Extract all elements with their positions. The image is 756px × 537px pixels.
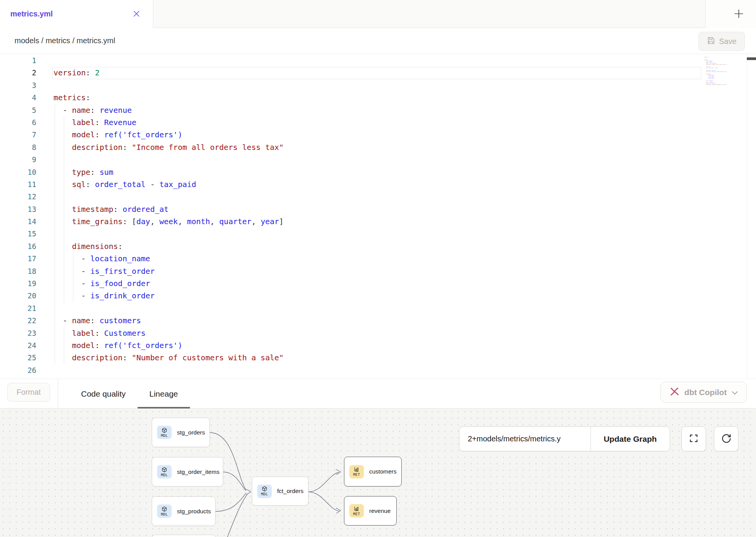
code-line: 13 timestamp: ordered_at — [0, 203, 756, 215]
model-icon: MDL — [257, 485, 272, 498]
lineage-node-stg_partial[interactable]: MDL — [152, 535, 216, 537]
code-line: 26 — [0, 364, 756, 376]
breadcrumb-row: models / metrics / metrics.yml Save — [0, 28, 756, 54]
code-line: 24 model: ref('fct_orders') — [0, 339, 756, 351]
refresh-icon — [721, 433, 732, 445]
line-number: 14 — [0, 215, 36, 228]
code-line: 19 - is_food_order — [0, 277, 756, 290]
line-number: 1 — [0, 54, 36, 67]
line-number: 4 — [0, 91, 36, 104]
minimap-content: version: 2metrics: - name: revenue label… — [704, 55, 737, 86]
lineage-node-revenue[interactable]: METrevenue — [344, 496, 397, 526]
tab-bar: metrics.yml — [0, 0, 756, 28]
close-icon[interactable] — [132, 10, 141, 18]
code-line: 4metrics: — [0, 91, 756, 104]
lineage-node-fct_orders[interactable]: MDLfct_orders — [252, 477, 308, 506]
new-tab-button[interactable] — [729, 8, 748, 20]
line-number: 13 — [0, 203, 36, 215]
tab-code-quality[interactable]: Code quality — [69, 379, 138, 408]
scrollbar-track[interactable] — [747, 54, 756, 379]
line-number: 15 — [0, 228, 36, 240]
lineage-canvas[interactable]: MDLstg_ordersMDLstg_order_itemsMDLstg_pr… — [0, 408, 756, 537]
update-graph-button[interactable]: Update Graph — [591, 427, 670, 451]
node-label: stg_order_items — [177, 469, 219, 475]
line-number: 21 — [0, 302, 36, 314]
lineage-node-stg_products[interactable]: MDLstg_products — [152, 496, 216, 526]
line-number: 19 — [0, 277, 36, 290]
code-line: 2version: 2 — [0, 67, 756, 79]
node-label: customers — [369, 468, 397, 475]
node-label: stg_orders — [177, 429, 205, 436]
code-editor[interactable]: 12version: 234metrics:5 - name: revenue6… — [0, 54, 756, 379]
code-line: 25 description: "Number of customers wit… — [0, 351, 756, 364]
format-button[interactable]: Format — [7, 383, 50, 402]
lineage-node-customers[interactable]: METcustomers — [344, 457, 402, 487]
code-line: 9 — [0, 153, 756, 166]
line-number: 17 — [0, 252, 36, 265]
metric-icon: MET — [349, 465, 364, 478]
code-line: 11 sql: order_total - tax_paid — [0, 178, 756, 190]
model-icon: MDL — [157, 504, 172, 518]
tab-label: metrics.yml — [10, 10, 53, 18]
code-line: 14 time_grains: [day, week, month, quart… — [0, 215, 756, 228]
line-number: 7 — [0, 129, 36, 141]
code-line: 3 — [0, 79, 756, 91]
ide-root: metrics.yml models / metrics / metrics.y… — [0, 0, 756, 537]
code-line: 7 model: ref('fct_orders') — [0, 129, 756, 141]
lineage-node-stg_order_items[interactable]: MDLstg_order_items — [152, 457, 223, 487]
code-line: 21 — [0, 302, 756, 314]
toolbar-divider — [58, 379, 58, 408]
bottom-tabs: Code qualityLineage — [69, 379, 190, 408]
refresh-button[interactable] — [714, 426, 738, 451]
line-number: 6 — [0, 116, 36, 129]
code-line: 15 — [0, 228, 756, 240]
code-line — [704, 85, 737, 86]
line-number: 24 — [0, 339, 36, 351]
line-number: 2 — [0, 67, 36, 79]
node-label: stg_products — [177, 508, 211, 515]
line-number: 18 — [0, 265, 36, 277]
plus-icon — [733, 8, 744, 20]
code-line: 16 dimensions: — [0, 240, 756, 252]
fullscreen-button[interactable] — [681, 426, 706, 451]
line-number: 12 — [0, 190, 36, 203]
save-button[interactable]: Save — [698, 32, 745, 51]
line-number: 26 — [0, 364, 36, 376]
line-number: 5 — [0, 104, 36, 116]
tab-metrics-yml[interactable]: metrics.yml — [0, 0, 153, 28]
model-icon: MDL — [157, 465, 172, 478]
copilot-icon — [669, 386, 680, 399]
metric-icon: MET — [349, 504, 364, 517]
code-line: 18 - is_first_order — [0, 265, 756, 277]
tab-lineage[interactable]: Lineage — [138, 379, 190, 408]
dbt-copilot-button[interactable]: dbt Copilot — [660, 382, 747, 403]
code-line: 10 type: sum — [0, 166, 756, 178]
copilot-label: dbt Copilot — [685, 388, 727, 397]
editor-toolbar: Format Code qualityLineage dbt Copilot — [0, 379, 756, 408]
code-line: 23 label: Customers — [0, 327, 756, 339]
line-number: 25 — [0, 351, 36, 364]
save-label: Save — [719, 37, 737, 46]
line-number: 23 — [0, 327, 36, 339]
scrollbar-thumb[interactable] — [747, 57, 756, 60]
code-line: 22 - name: customers — [0, 314, 756, 327]
lineage-node-stg_orders[interactable]: MDLstg_orders — [152, 418, 210, 447]
code-line: 1 — [0, 54, 756, 67]
lineage-selector-input[interactable] — [459, 427, 591, 451]
chevron-down-icon — [732, 388, 738, 397]
code-line: 17 - location_name — [0, 252, 756, 265]
line-number: 10 — [0, 166, 36, 178]
code-line: 5 - name: revenue — [0, 104, 756, 116]
save-icon — [707, 36, 715, 47]
line-number: 11 — [0, 178, 36, 190]
breadcrumb: models / metrics / metrics.yml — [15, 36, 115, 45]
code-line: 8 description: "Income from all orders l… — [0, 141, 756, 153]
lineage-selector-group: Update Graph — [459, 426, 670, 451]
line-number: 9 — [0, 153, 36, 166]
line-number: 22 — [0, 314, 36, 327]
line-number: 20 — [0, 290, 36, 302]
line-number: 3 — [0, 79, 36, 91]
model-icon: MDL — [157, 426, 172, 439]
minimap[interactable]: version: 2metrics: - name: revenue label… — [704, 55, 745, 113]
tabbar-divider — [705, 0, 706, 28]
